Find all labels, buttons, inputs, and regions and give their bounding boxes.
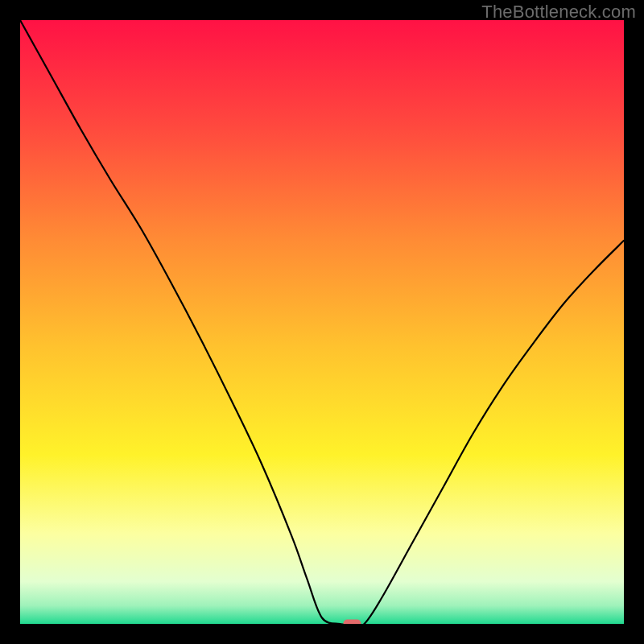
watermark-label: TheBottleneck.com	[481, 2, 636, 23]
optimal-marker	[344, 620, 361, 629]
chart-frame: TheBottleneck.com	[0, 0, 644, 644]
bottleneck-curve-plot	[0, 0, 644, 644]
spectrum-background	[20, 20, 624, 624]
